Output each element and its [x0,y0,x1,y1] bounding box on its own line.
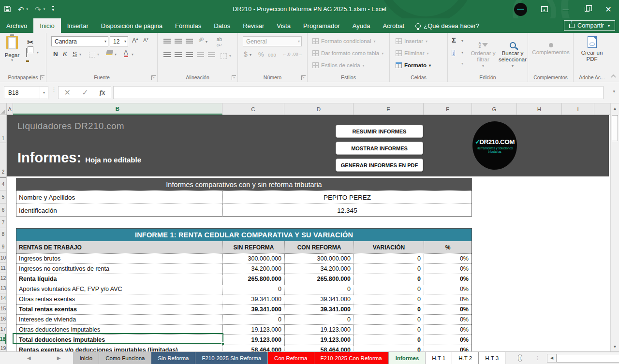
row-header-10[interactable]: 10 [0,253,6,263]
undo-button[interactable]: ↶ [18,6,24,13]
find-select-button[interactable]: Buscar y seleccionar ▾ [498,36,527,69]
column-header-b[interactable]: B [13,103,222,115]
cell-con[interactable]: 265.800.000 [285,274,354,284]
undo-chevron-icon[interactable]: ▾ [27,7,29,11]
autosum-chevron-icon[interactable]: ▾ [461,39,463,43]
format-cells-button[interactable]: Formato ▾ [393,59,431,71]
sort-filter-button[interactable]: AZ Ordenar y filtrar ▾ [469,36,497,69]
sheet-nav-prev-icon[interactable]: ◀ [27,352,31,364]
select-all-corner[interactable] [0,103,7,115]
fill-color-button[interactable] [106,50,113,55]
align-middle-button[interactable] [175,39,182,44]
cell-sin[interactable]: 39.341.000 [223,305,285,314]
cell-con[interactable]: 19.123.000 [285,325,354,335]
font-size-select[interactable]: 12▾ [110,36,128,46]
cell-var[interactable]: 0 [354,284,424,294]
row-header-8[interactable]: 8 [0,228,6,240]
tell-me-box[interactable]: ¿Qué desea hacer? [411,18,484,33]
tab-disposicion[interactable]: Disposición de página [95,18,169,33]
cell-var[interactable]: 0 [354,274,424,284]
cell-pct[interactable]: 0% [424,305,472,314]
share-button[interactable]: Compartir ▾ [564,20,615,31]
cell-pct[interactable]: 0% [424,284,472,294]
column-header-g[interactable]: G [472,103,517,115]
horizontal-scroll-thumb[interactable] [557,354,619,363]
sheet-tab-ht3[interactable]: H.T 3 [479,352,505,364]
name-box[interactable]: B18 ▾ [4,86,48,99]
clipboard-dialog-launcher-icon[interactable] [40,75,44,80]
cell-var[interactable]: 0 [354,264,424,274]
cell-sin[interactable]: 58.464.000 [223,345,285,351]
addins-button[interactable]: Complementos [531,37,571,56]
cancel-icon[interactable]: ✕ [64,88,71,97]
alignment-dialog-launcher-icon[interactable] [232,75,236,80]
col-header-pct[interactable]: % [424,241,472,253]
col-header-variacion[interactable]: VARIACIÓN [354,241,424,253]
collapse-ribbon-button[interactable] [611,74,616,79]
tab-insertar[interactable]: Insertar [61,18,95,33]
cell-con[interactable]: 300.000.000 [285,254,354,263]
align-left-button[interactable] [163,52,171,58]
cell-con[interactable]: 39.341.000 [285,305,354,314]
grow-font-button[interactable]: A▴ [132,37,138,44]
cell-con[interactable]: 0 [285,284,354,294]
clear-chevron-icon[interactable]: ▾ [461,61,463,66]
cell-pct[interactable]: 0% [424,345,472,351]
align-right-button[interactable] [186,52,193,58]
enter-icon[interactable]: ✓ [82,88,88,97]
row-header-7[interactable]: 7 [0,217,6,228]
row-header-2[interactable]: 2 [0,143,6,176]
cell-var[interactable]: 0 [354,254,424,263]
decrease-decimal-button[interactable]: .00→ [292,52,303,57]
tab-programador[interactable]: Programador [297,18,346,33]
cell-nombre-label[interactable]: Nombre y Apellidos [16,191,223,204]
column-header-i[interactable]: I [562,103,594,115]
decrease-indent-button[interactable] [197,52,204,58]
fill-handle[interactable] [221,342,224,345]
ribbon-display-options-button[interactable] [534,0,555,18]
font-dialog-launcher-icon[interactable] [151,75,156,80]
cell-var[interactable]: 0 [354,305,424,314]
cell-con[interactable]: 34.200.000 [285,264,354,274]
number-format-select[interactable]: General▾ [243,36,302,46]
cell-sin[interactable]: 39.341.000 [223,294,285,304]
currency-button[interactable]: $ [244,50,248,58]
row-header-13[interactable]: 13 [0,283,6,293]
font-color-chevron-icon[interactable]: ▾ [132,52,133,57]
cell-label[interactable]: Ingresos no constitutivos de renta [16,264,223,274]
cell-pct[interactable]: 0% [424,264,472,274]
generar-informes-pdf-button[interactable]: GENERAR INFORMES EN PDF [336,159,423,172]
cell-sin[interactable]: 300.000.000 [223,254,285,263]
cell-var[interactable]: 0 [354,335,424,345]
increase-decimal-button[interactable]: ←.0 [282,52,291,57]
close-button[interactable]: ✕ [598,0,619,18]
cell-label[interactable]: Ingresos brutos [16,254,223,263]
cell-var[interactable]: 0 [354,315,424,324]
autosum-button[interactable]: Σ [452,36,456,44]
cell-sin[interactable]: 0 [223,315,285,324]
comma-style-button[interactable]: 000 [268,52,276,58]
column-header-partial[interactable] [594,103,610,115]
orientation-button[interactable]: ab [197,36,205,44]
cell-pct[interactable]: 0% [424,254,472,263]
tab-bar-grip[interactable]: ⋮ [535,355,540,361]
row-header-14[interactable]: 14 [0,293,6,304]
underline-button[interactable]: S [73,50,77,58]
bold-button[interactable]: N [53,50,58,58]
cell-label[interactable]: Rentas exentas y/o deducciones imputable… [16,345,223,351]
currency-chevron-icon[interactable]: ▾ [250,53,251,57]
save-icon[interactable] [4,5,11,14]
cut-button[interactable]: ✂ [27,38,33,47]
scroll-down-icon[interactable]: ▼ [611,342,619,351]
sheet-tab-ht1[interactable]: H.T 1 [426,352,452,364]
tab-datos[interactable]: Datos [207,18,236,33]
column-header-c[interactable]: C [222,103,284,115]
cell-pct[interactable]: 0% [424,325,472,335]
align-center-button[interactable] [175,52,182,58]
cell-var[interactable]: 0 [354,345,424,351]
row-header-17[interactable]: 17 [0,324,6,334]
redo-button[interactable]: ↷ [35,6,41,13]
row-header-9[interactable]: 9 [0,240,6,253]
borders-chevron-icon[interactable]: ▾ [97,52,99,57]
sheet-tab-inicio[interactable]: Inicio [73,352,99,364]
